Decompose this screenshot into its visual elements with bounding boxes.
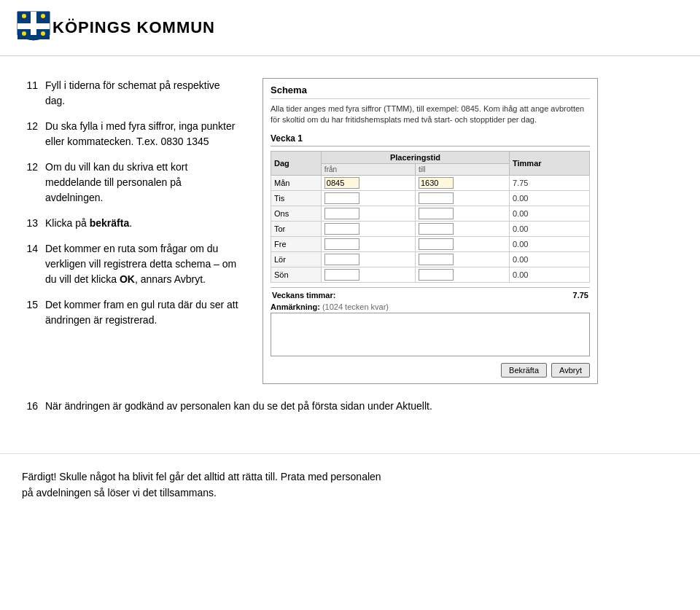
step-number-12a: 12 [22, 119, 38, 149]
step-text-15: Det kommer fram en gul ruta där du ser a… [45, 297, 241, 328]
day-label: Tor [271, 221, 322, 236]
col-dag: Dag [271, 151, 322, 175]
till-input[interactable] [419, 269, 454, 281]
bottom-content: 16 När ändringen är godkänd av personale… [0, 399, 700, 439]
table-row: Sön0.00 [271, 267, 590, 282]
anmarkning-hint: (1024 tecken kvar) [322, 302, 389, 311]
fran-input[interactable] [324, 223, 359, 235]
svg-point-9 [41, 31, 45, 36]
main-content: 11 Fyll i tiderna för schemat på respekt… [0, 56, 700, 399]
step-text-12b: Om du vill kan du skriva ett kort meddel… [45, 160, 241, 206]
step-15: 15 Det kommer fram en gul ruta där du se… [22, 297, 241, 328]
footer-text: Färdigt! Skulle något ha blivit fel går … [0, 469, 700, 501]
schema-tbody: Mån7.75Tis0.00Ons0.00Tor0.00Fre0.00Lör0.… [271, 175, 590, 282]
day-label: Ons [271, 206, 322, 221]
fran-input[interactable] [324, 177, 359, 189]
fran-cell[interactable] [321, 175, 415, 190]
schema-buttons: Bekräfta Avbryt [271, 363, 590, 378]
svg-point-7 [41, 14, 45, 18]
timmar-cell: 0.00 [510, 190, 590, 206]
fran-cell[interactable] [321, 267, 415, 282]
till-cell[interactable] [415, 206, 509, 221]
schema-table: Dag Placeringstid Timmar från till Mån7.… [271, 151, 590, 283]
timmar-cell: 0.00 [510, 251, 590, 267]
step-16: 16 När ändringen är godkänd av personale… [22, 399, 678, 414]
day-label: Sön [271, 267, 322, 282]
anmarkning-label: Anmärkning: (1024 tecken kvar) [271, 302, 590, 311]
fran-cell[interactable] [321, 236, 415, 251]
fran-input[interactable] [324, 269, 359, 281]
fran-cell[interactable] [321, 221, 415, 236]
logo-icon [15, 9, 52, 47]
step-12a: 12 Du ska fylla i med fyra siffror, inga… [22, 119, 241, 149]
vecka-label: Vecka 1 [271, 133, 590, 146]
footer-line2: på avdelningen så löser vi det tillsamma… [22, 485, 678, 501]
till-cell[interactable] [415, 251, 509, 267]
svg-point-6 [22, 14, 26, 18]
col-timmar: Timmar [510, 151, 590, 175]
table-row: Mån7.75 [271, 175, 590, 190]
fran-cell[interactable] [321, 190, 415, 206]
col-till: till [415, 163, 509, 175]
schema-panel: Schema Alla tider anges med fyra siffror… [262, 78, 598, 384]
till-cell[interactable] [415, 175, 509, 190]
day-label: Tis [271, 190, 322, 206]
timmar-cell: 7.75 [510, 175, 590, 190]
till-input[interactable] [419, 238, 454, 250]
timmar-cell: 0.00 [510, 206, 590, 221]
fran-input[interactable] [324, 238, 359, 250]
day-label: Lör [271, 251, 322, 267]
step-13: 13 Klicka på bekräfta. [22, 216, 241, 231]
svg-point-8 [22, 31, 26, 36]
step-number-12b: 12 [22, 160, 38, 206]
till-input[interactable] [419, 254, 454, 265]
till-cell[interactable] [415, 190, 509, 206]
fran-input[interactable] [324, 208, 359, 219]
till-input[interactable] [419, 223, 454, 235]
step-12b: 12 Om du vill kan du skriva ett kort med… [22, 160, 241, 206]
footer-line1: Färdigt! Skulle något ha blivit fel går … [22, 469, 678, 485]
col-placeringstid: Placeringstid [321, 151, 509, 163]
page-header: KÖPINGS KOMMUN [0, 0, 700, 56]
fran-cell[interactable] [321, 206, 415, 221]
step-text-14: Det kommer en ruta som frågar om du verk… [45, 241, 241, 287]
avbryt-button[interactable]: Avbryt [551, 363, 590, 378]
step-text-13: Klicka på bekräfta. [45, 216, 241, 231]
schema-description: Alla tider anges med fyra siffror (TTMM)… [271, 103, 590, 126]
till-input[interactable] [419, 177, 454, 189]
step-text-12a: Du ska fylla i med fyra siffror, inga pu… [45, 119, 241, 149]
step-number-13: 13 [22, 216, 38, 231]
step-text-11: Fyll i tiderna för schemat på respektive… [45, 78, 241, 109]
till-input[interactable] [419, 192, 454, 204]
table-row: Tis0.00 [271, 190, 590, 206]
day-label: Mån [271, 175, 322, 190]
header-title: KÖPINGS KOMMUN [52, 18, 215, 37]
table-row: Fre0.00 [271, 236, 590, 251]
fran-cell[interactable] [321, 251, 415, 267]
bekrafta-button[interactable]: Bekräfta [501, 363, 547, 378]
fran-input[interactable] [324, 192, 359, 204]
till-cell[interactable] [415, 221, 509, 236]
schema-title: Schema [271, 85, 590, 99]
step-text-16: När ändringen är godkänd av personalen k… [45, 399, 678, 414]
table-row: Tor0.00 [271, 221, 590, 236]
anmarkning-textarea[interactable] [271, 313, 590, 356]
till-cell[interactable] [415, 267, 509, 282]
col-fran: från [321, 163, 415, 175]
step-number-15: 15 [22, 297, 38, 328]
table-header-row: Dag Placeringstid Timmar [271, 151, 590, 163]
veckans-timmar-value: 7.75 [573, 291, 588, 300]
fran-input[interactable] [324, 254, 359, 265]
instructions-panel: 11 Fyll i tiderna för schemat på respekt… [22, 78, 241, 384]
timmar-cell: 0.00 [510, 267, 590, 282]
timmar-cell: 0.00 [510, 221, 590, 236]
step-14: 14 Det kommer en ruta som frågar om du v… [22, 241, 241, 287]
step-number-14: 14 [22, 241, 38, 287]
veckans-timmar-row: Veckans timmar: 7.75 [271, 287, 590, 302]
veckans-timmar-label: Veckans timmar: [272, 291, 335, 300]
step-number-16: 16 [22, 399, 38, 414]
day-label: Fre [271, 236, 322, 251]
till-cell[interactable] [415, 236, 509, 251]
till-input[interactable] [419, 208, 454, 219]
svg-rect-1 [31, 12, 36, 35]
